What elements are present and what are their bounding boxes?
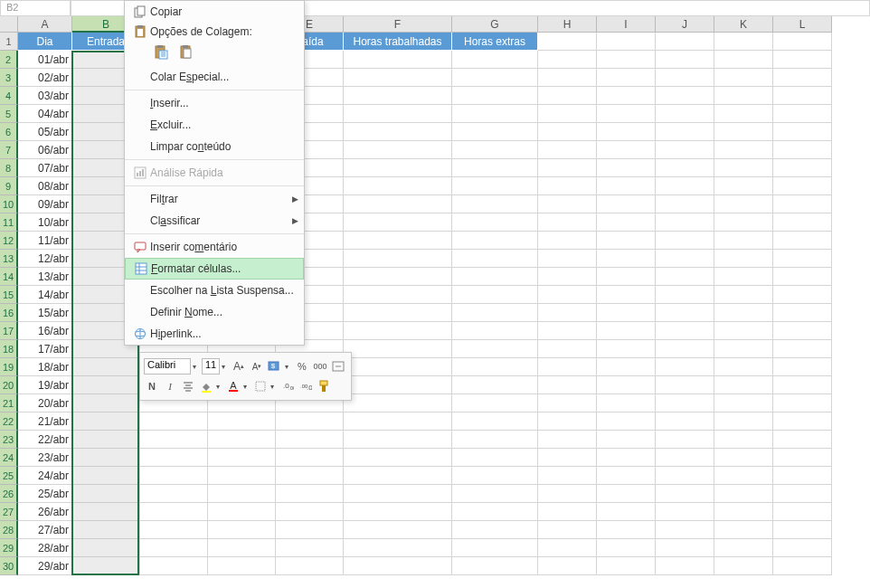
cell-I4[interactable] xyxy=(597,87,656,105)
row-header-23[interactable]: 23 xyxy=(0,431,18,449)
cell-L21[interactable] xyxy=(773,394,832,413)
cell-J28[interactable] xyxy=(656,521,714,539)
col-header-H[interactable]: H xyxy=(538,16,597,33)
cell-G9[interactable] xyxy=(452,177,538,195)
cell-I16[interactable] xyxy=(597,304,656,322)
cell-H5[interactable] xyxy=(538,105,597,123)
cell-G29[interactable] xyxy=(452,539,538,557)
cell-F21[interactable] xyxy=(344,394,452,413)
cell-G1[interactable]: Horas extras xyxy=(452,33,538,51)
cell-L26[interactable] xyxy=(773,485,832,503)
row-header-20[interactable]: 20 xyxy=(0,376,18,394)
col-header-A[interactable]: A xyxy=(18,16,72,33)
menu-insert[interactable]: Inserir... xyxy=(125,92,304,114)
cell-G22[interactable] xyxy=(452,413,538,431)
col-header-L[interactable]: L xyxy=(773,16,832,33)
row-header-8[interactable]: 8 xyxy=(0,159,18,177)
cell-J18[interactable] xyxy=(656,340,714,358)
cell-G2[interactable] xyxy=(452,51,538,69)
cell-G8[interactable] xyxy=(452,159,538,177)
cell-K10[interactable] xyxy=(714,195,773,213)
chevron-down-icon[interactable]: ▾ xyxy=(243,383,251,391)
cell-F3[interactable] xyxy=(344,69,452,87)
cell-A7[interactable]: 06/abr xyxy=(18,141,72,159)
cell-L11[interactable] xyxy=(773,213,832,232)
cell-D24[interactable] xyxy=(208,449,276,467)
borders-button[interactable] xyxy=(252,378,269,394)
cell-F30[interactable] xyxy=(344,557,452,575)
cell-I21[interactable] xyxy=(597,394,656,413)
cell-A25[interactable]: 24/abr xyxy=(18,467,72,485)
cell-H23[interactable] xyxy=(538,431,597,449)
cell-B20[interactable] xyxy=(72,376,140,394)
cell-A4[interactable]: 03/abr xyxy=(18,87,72,105)
cell-K22[interactable] xyxy=(714,413,773,431)
cell-H2[interactable] xyxy=(538,51,597,69)
decrease-font-button[interactable]: A▾ xyxy=(249,358,265,375)
cell-B26[interactable] xyxy=(72,485,140,503)
cell-A12[interactable]: 11/abr xyxy=(18,232,72,250)
menu-sort[interactable]: Classificar ▶ xyxy=(125,210,304,232)
cell-A1[interactable]: Dia xyxy=(18,33,72,51)
cell-I28[interactable] xyxy=(597,521,656,539)
cell-J8[interactable] xyxy=(656,159,714,177)
cell-B27[interactable] xyxy=(72,503,140,521)
cell-J1[interactable] xyxy=(656,33,714,51)
cell-H22[interactable] xyxy=(538,413,597,431)
cell-K19[interactable] xyxy=(714,358,773,376)
cell-J4[interactable] xyxy=(656,87,714,105)
cell-I9[interactable] xyxy=(597,177,656,195)
chevron-down-icon[interactable]: ▾ xyxy=(222,363,229,371)
cell-F13[interactable] xyxy=(344,250,452,268)
cell-F12[interactable] xyxy=(344,232,452,250)
cell-J29[interactable] xyxy=(656,539,714,557)
cell-G18[interactable] xyxy=(452,340,538,358)
cell-K2[interactable] xyxy=(714,51,773,69)
cell-L28[interactable] xyxy=(773,521,832,539)
cell-A23[interactable]: 22/abr xyxy=(18,431,72,449)
cell-L4[interactable] xyxy=(773,87,832,105)
cell-J6[interactable] xyxy=(656,123,714,141)
select-all-corner[interactable] xyxy=(0,16,18,33)
cell-J15[interactable] xyxy=(656,286,714,304)
col-header-F[interactable]: F xyxy=(344,16,452,33)
cell-K16[interactable] xyxy=(714,304,773,322)
chevron-down-icon[interactable]: ▾ xyxy=(193,363,200,371)
cell-F14[interactable] xyxy=(344,268,452,286)
cell-A15[interactable]: 14/abr xyxy=(18,286,72,304)
cell-J13[interactable] xyxy=(656,250,714,268)
cell-B23[interactable] xyxy=(72,431,140,449)
menu-paste-special[interactable]: Colar Especial... xyxy=(125,66,304,88)
cell-I29[interactable] xyxy=(597,539,656,557)
cell-G7[interactable] xyxy=(452,141,538,159)
col-header-G[interactable]: G xyxy=(452,16,538,33)
cell-A14[interactable]: 13/abr xyxy=(18,268,72,286)
cell-H12[interactable] xyxy=(538,232,597,250)
cell-L3[interactable] xyxy=(773,69,832,87)
cell-J11[interactable] xyxy=(656,213,714,232)
cell-H3[interactable] xyxy=(538,69,597,87)
cell-A2[interactable]: 01/abr xyxy=(18,51,72,69)
cell-I2[interactable] xyxy=(597,51,656,69)
cell-B30[interactable] xyxy=(72,557,140,575)
menu-filter[interactable]: Filtrar ▶ xyxy=(125,188,304,210)
cell-A5[interactable]: 04/abr xyxy=(18,105,72,123)
cell-A6[interactable]: 05/abr xyxy=(18,123,72,141)
fill-color-button[interactable] xyxy=(198,378,214,394)
cell-G6[interactable] xyxy=(452,123,538,141)
cell-I27[interactable] xyxy=(597,503,656,521)
cell-J2[interactable] xyxy=(656,51,714,69)
cell-K4[interactable] xyxy=(714,87,773,105)
cell-L19[interactable] xyxy=(773,358,832,376)
col-header-J[interactable]: J xyxy=(656,16,714,33)
cell-D28[interactable] xyxy=(208,521,276,539)
row-header-28[interactable]: 28 xyxy=(0,521,18,539)
comma-format-button[interactable]: 000 xyxy=(312,358,328,375)
cell-K25[interactable] xyxy=(714,467,773,485)
cell-K5[interactable] xyxy=(714,105,773,123)
menu-copy[interactable]: Copiar xyxy=(125,1,304,23)
cell-I3[interactable] xyxy=(597,69,656,87)
cell-I30[interactable] xyxy=(597,557,656,575)
font-size-select[interactable]: 11 xyxy=(202,358,220,375)
row-header-13[interactable]: 13 xyxy=(0,250,18,268)
